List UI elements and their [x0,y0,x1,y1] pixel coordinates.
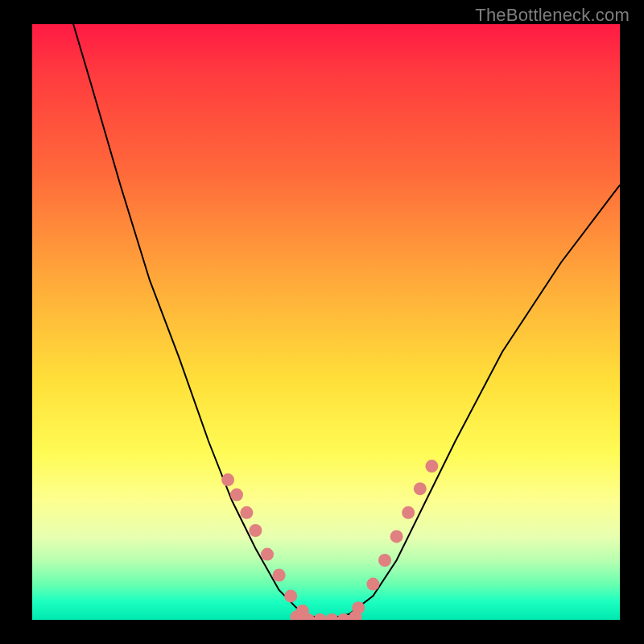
data-point [249,524,262,537]
watermark-text: TheBottleneck.com [475,5,630,26]
data-point [230,489,243,502]
data-point [414,482,427,495]
data-point [314,613,327,620]
data-point [366,578,379,591]
data-point [402,506,415,519]
curve-svg [32,24,620,620]
data-point [352,601,365,614]
data-point [261,548,274,561]
data-point [390,530,403,543]
chart-frame: TheBottleneck.com [0,0,644,644]
data-point [240,506,253,519]
data-point [273,569,286,582]
data-point [221,473,234,486]
data-point [325,613,338,620]
data-point [284,589,297,602]
data-point [425,460,438,473]
plot-area [32,24,620,620]
bottleneck-curve [73,24,620,620]
data-point [378,554,391,567]
